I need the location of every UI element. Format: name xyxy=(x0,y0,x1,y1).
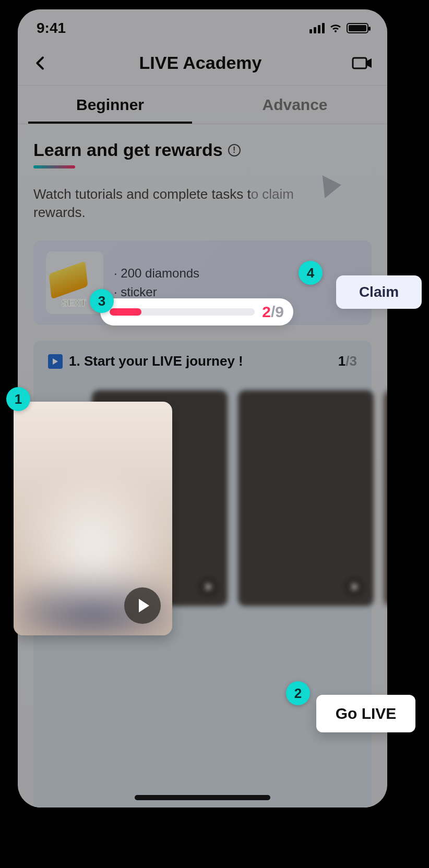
callout-marker-3: 3 xyxy=(90,289,114,313)
svg-rect-0 xyxy=(353,58,366,68)
callout-marker-4: 4 xyxy=(299,261,323,285)
go-live-button-highlight[interactable]: Go LIVE xyxy=(316,695,415,732)
callout-marker-2: 2 xyxy=(286,681,310,705)
battery-icon xyxy=(347,23,368,33)
header: LIVE Academy xyxy=(18,41,387,86)
play-icon xyxy=(124,587,161,624)
decorative-card xyxy=(246,139,382,256)
video-camera-icon[interactable] xyxy=(352,55,373,71)
video-thumbnail-1[interactable] xyxy=(14,402,172,635)
title-underline xyxy=(33,165,75,168)
status-icons xyxy=(309,23,368,33)
lesson-progress: 1/3 xyxy=(338,353,357,369)
status-time: 9:41 xyxy=(37,20,66,37)
reward-line-1: · 200 diamonds xyxy=(114,264,199,283)
progress-total: 9 xyxy=(275,303,284,320)
book-play-icon xyxy=(48,354,63,369)
section-title: Learn and get rewards xyxy=(33,140,223,160)
wifi-icon xyxy=(329,23,342,33)
reward-lines: · 200 diamonds · sticker xyxy=(114,264,199,302)
callout-marker-1: 1 xyxy=(6,387,30,411)
video-thumbnail-4[interactable] xyxy=(384,390,387,606)
video-thumbnail-3[interactable] xyxy=(238,390,374,606)
tab-advance[interactable]: Advance xyxy=(202,86,387,124)
play-icon xyxy=(197,576,219,598)
tabs: Beginner Advance xyxy=(18,86,387,124)
progress-bar xyxy=(110,308,255,316)
play-icon xyxy=(343,576,365,598)
progress-current: 2 xyxy=(262,303,271,320)
reward-progress-pill: 2/9 xyxy=(100,298,293,326)
tab-beginner[interactable]: Beginner xyxy=(18,86,202,124)
home-indicator[interactable] xyxy=(135,795,270,800)
page-title: LIVE Academy xyxy=(139,53,262,73)
claim-button[interactable]: Claim xyxy=(336,275,422,309)
back-icon[interactable] xyxy=(32,55,49,71)
signal-icon xyxy=(309,23,325,33)
info-icon[interactable]: ! xyxy=(228,144,241,156)
status-bar: 9:41 xyxy=(18,9,387,41)
lesson-title: 1. Start your LIVE journey ! xyxy=(69,353,243,369)
